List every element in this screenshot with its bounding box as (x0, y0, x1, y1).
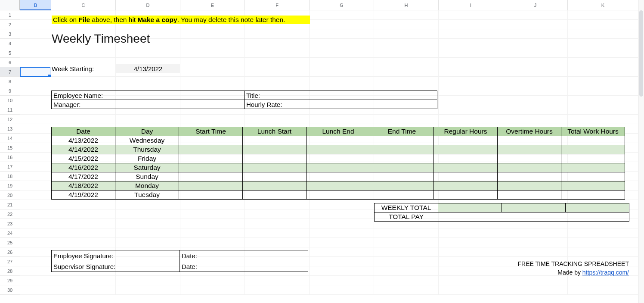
row-header-11[interactable]: 11 (0, 105, 20, 115)
column-header-f[interactable]: F (245, 0, 310, 10)
row-header-3[interactable]: 3 (0, 29, 20, 39)
ts-cell[interactable] (370, 163, 434, 172)
ts-cell[interactable] (370, 136, 434, 145)
ts-cell[interactable] (179, 172, 243, 181)
row-header-26[interactable]: 26 (0, 247, 20, 257)
employee-sig-date-cell[interactable]: Date: (180, 250, 308, 261)
ts-day-cell[interactable]: Monday (115, 181, 179, 191)
row-header-7[interactable]: 7 (0, 67, 20, 77)
ts-cell[interactable] (243, 154, 307, 163)
row-header-9[interactable]: 9 (0, 86, 20, 96)
ts-cell[interactable] (498, 136, 561, 145)
ts-cell[interactable] (370, 191, 434, 200)
ts-cell[interactable] (561, 163, 625, 172)
ts-cell[interactable] (370, 181, 434, 191)
column-header-e[interactable]: E (180, 0, 245, 10)
row-header-18[interactable]: 18 (0, 172, 20, 181)
select-all-corner[interactable] (0, 0, 20, 10)
row-header-4[interactable]: 4 (0, 39, 20, 48)
ts-date-cell[interactable]: 4/14/2022 (52, 145, 115, 154)
row-header-16[interactable]: 16 (0, 153, 20, 162)
row-header-20[interactable]: 20 (0, 191, 20, 200)
supervisor-sig-date-cell[interactable]: Date: (180, 261, 308, 272)
row-header-19[interactable]: 19 (0, 181, 20, 191)
ts-cell[interactable] (179, 154, 243, 163)
column-header-j[interactable]: J (503, 0, 568, 10)
ts-cell[interactable] (498, 172, 561, 181)
ts-cell[interactable] (243, 145, 307, 154)
supervisor-signature-cell[interactable]: Supervisor Signature: (52, 261, 180, 272)
ts-date-cell[interactable]: 4/19/2022 (52, 191, 115, 200)
ts-day-cell[interactable]: Wednesday (115, 136, 179, 145)
row-header-27[interactable]: 27 (0, 257, 20, 266)
row-header-24[interactable]: 24 (0, 228, 20, 238)
row-header-30[interactable]: 30 (0, 285, 20, 295)
ts-cell[interactable] (243, 172, 307, 181)
ts-cell[interactable] (498, 145, 561, 154)
ts-day-cell[interactable]: Saturday (115, 163, 179, 172)
row-header-10[interactable]: 10 (0, 96, 20, 105)
ts-cell[interactable] (179, 181, 243, 191)
ts-date-cell[interactable]: 4/17/2022 (52, 172, 115, 181)
ts-cell[interactable] (434, 154, 498, 163)
column-header-i[interactable]: I (439, 0, 503, 10)
row-header-2[interactable]: 2 (0, 20, 20, 29)
vertical-scrollbar[interactable] (638, 0, 644, 303)
ts-cell[interactable] (307, 136, 370, 145)
title-cell[interactable]: Title: (245, 91, 437, 100)
ts-cell[interactable] (434, 191, 498, 200)
ts-cell[interactable] (434, 172, 498, 181)
row-header-15[interactable]: 15 (0, 143, 20, 153)
ts-cell[interactable] (307, 163, 370, 172)
ts-cell[interactable] (498, 163, 561, 172)
column-header-h[interactable]: H (374, 0, 439, 10)
column-header-c[interactable]: C (51, 0, 116, 10)
ts-cell[interactable] (307, 191, 370, 200)
row-header-21[interactable]: 21 (0, 200, 20, 209)
ts-cell[interactable] (561, 154, 625, 163)
weekly-total-regular[interactable] (438, 203, 502, 212)
employee-name-cell[interactable]: Employee Name: (52, 91, 245, 100)
employee-signature-cell[interactable]: Employee Signature: (52, 250, 180, 261)
weekly-total-overtime[interactable] (502, 203, 566, 212)
ts-cell[interactable] (179, 191, 243, 200)
row-header-12[interactable]: 12 (0, 115, 20, 124)
ts-cell[interactable] (498, 191, 561, 200)
ts-cell[interactable] (370, 172, 434, 181)
ts-cell[interactable] (307, 181, 370, 191)
ts-cell[interactable] (243, 163, 307, 172)
ts-cell[interactable] (434, 181, 498, 191)
ts-cell[interactable] (498, 154, 561, 163)
ts-cell[interactable] (434, 163, 498, 172)
weekly-total-hours[interactable] (566, 203, 629, 212)
ts-cell[interactable] (307, 145, 370, 154)
row-header-25[interactable]: 25 (0, 238, 20, 247)
ts-date-cell[interactable]: 4/13/2022 (52, 136, 115, 145)
ts-cell[interactable] (243, 136, 307, 145)
scrollbar-thumb[interactable] (639, 10, 643, 97)
column-header-k[interactable]: K (568, 0, 638, 10)
ts-cell[interactable] (179, 136, 243, 145)
ts-cell[interactable] (179, 163, 243, 172)
hourly-rate-cell[interactable]: Hourly Rate: (245, 100, 437, 109)
ts-day-cell[interactable]: Thursday (115, 145, 179, 154)
ts-cell[interactable] (561, 191, 625, 200)
ts-date-cell[interactable]: 4/15/2022 (52, 154, 115, 163)
row-header-22[interactable]: 22 (0, 209, 20, 219)
ts-cell[interactable] (243, 181, 307, 191)
row-header-29[interactable]: 29 (0, 276, 20, 285)
row-header-13[interactable]: 13 (0, 124, 20, 134)
ts-date-cell[interactable]: 4/18/2022 (52, 181, 115, 191)
row-header-23[interactable]: 23 (0, 219, 20, 228)
footer-link[interactable]: https://traqq.com/ (582, 269, 629, 276)
row-header-14[interactable]: 14 (0, 134, 20, 143)
ts-cell[interactable] (561, 181, 625, 191)
column-header-b[interactable]: B (20, 0, 51, 10)
ts-cell[interactable] (561, 172, 625, 181)
ts-cell[interactable] (370, 145, 434, 154)
row-header-28[interactable]: 28 (0, 266, 20, 276)
ts-day-cell[interactable]: Friday (115, 154, 179, 163)
ts-cell[interactable] (370, 154, 434, 163)
manager-cell[interactable]: Manager: (52, 100, 245, 109)
column-header-g[interactable]: G (310, 0, 374, 10)
